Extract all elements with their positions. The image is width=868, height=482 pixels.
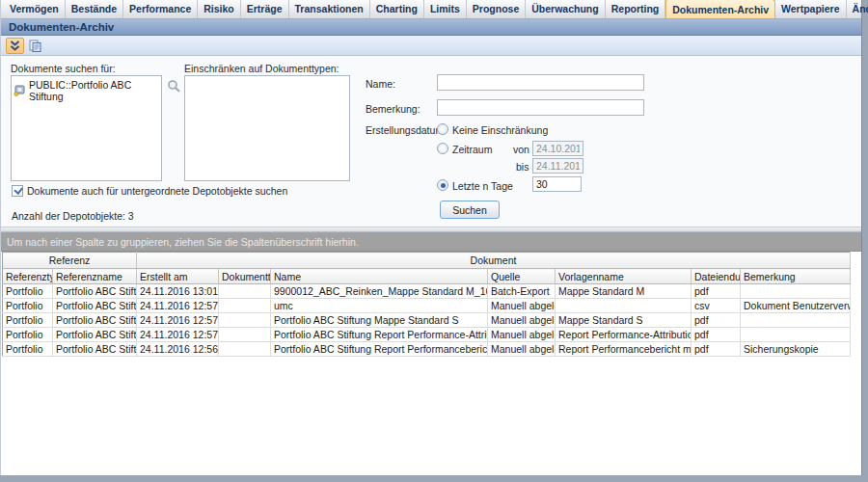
col-header-dokumenttyp[interactable]: Dokumenttyp	[219, 269, 271, 284]
cell[interactable]: 24.11.2016 12:57:47	[137, 299, 219, 313]
tab-bar: Vermögen Bestände Performance Risiko Ert…	[1, 0, 861, 19]
cell[interactable]	[741, 284, 851, 299]
cell[interactable]	[219, 299, 271, 313]
von-date-input[interactable]	[532, 141, 583, 156]
cell[interactable]: 24.11.2016 12:56:58	[137, 342, 219, 357]
col-header-erstellt-am[interactable]: Erstellt am	[137, 269, 219, 284]
copy-document-icon	[29, 40, 41, 52]
tab-ueberwachung[interactable]: Überwachung	[526, 0, 605, 18]
depot-count-text: Anzahl der Depotobjekte: 3	[12, 210, 134, 222]
band-header-referenz[interactable]: Referenz	[3, 253, 137, 269]
cell[interactable]: Mappe Standard S	[556, 313, 692, 328]
cell[interactable]: Portfolio	[3, 284, 53, 299]
radio-no-restriction[interactable]	[437, 123, 448, 135]
cell[interactable]: Report Performancebericht mit Grafik	[556, 342, 692, 357]
scope-list-item[interactable]: PUBLIC::Portfolio ABC Stiftung	[12, 76, 161, 105]
cell[interactable]: pdf	[692, 342, 741, 357]
cell[interactable]: Portfolio	[3, 299, 53, 313]
tab-bestaende[interactable]: Bestände	[66, 0, 123, 18]
radio-no-restriction-label[interactable]: Keine Einschränkung	[452, 124, 548, 136]
cell[interactable]	[219, 328, 271, 342]
copy-button[interactable]	[26, 38, 44, 54]
cell[interactable]: Portfolio ABC Stiftung	[53, 299, 137, 313]
last-n-days-input[interactable]	[532, 176, 582, 192]
tab-ertraege[interactable]: Erträge	[241, 0, 289, 18]
cell[interactable]	[741, 328, 851, 342]
radio-date-range-label[interactable]: Zeitraum	[452, 144, 492, 155]
cell[interactable]	[219, 313, 271, 328]
cell[interactable]: Portfolio ABC Stiftung Report Performanc…	[271, 342, 488, 357]
cell[interactable]	[556, 299, 692, 313]
tab-transaktionen[interactable]: Transaktionen	[289, 0, 370, 18]
cell[interactable]: 24.11.2016 12:57:27	[137, 328, 219, 342]
cell[interactable]: Portfolio ABC Stiftung	[53, 328, 137, 342]
cell[interactable]: Portfolio ABC Stiftung Report Performanc…	[271, 328, 488, 342]
collapse-search-button[interactable]	[6, 38, 24, 54]
remark-input[interactable]	[437, 99, 644, 116]
section-title-bar: Dokumenten-Archiv	[1, 19, 861, 36]
doctype-listbox[interactable]	[184, 75, 350, 181]
cell[interactable]: pdf	[692, 328, 741, 342]
cell[interactable]	[219, 284, 271, 299]
cell[interactable]: pdf	[692, 313, 741, 328]
cell[interactable]: 9900012_ABC_Reinken_Mappe Standard M_161…	[271, 284, 488, 299]
subordinate-objects-checkbox-label[interactable]: Dokumente auch für untergeordnete Depoto…	[27, 185, 287, 197]
col-header-quelle[interactable]: Quelle	[488, 269, 556, 284]
tab-charting[interactable]: Charting	[370, 0, 424, 18]
portfolio-ledger-icon	[14, 85, 26, 96]
cell[interactable]: pdf	[692, 284, 741, 299]
tab-reporting[interactable]: Reporting	[606, 0, 666, 18]
cell[interactable]: csv	[692, 299, 741, 313]
search-button[interactable]: Suchen	[440, 201, 500, 219]
cell[interactable]: Portfolio ABC Stiftung	[53, 284, 137, 299]
subordinate-objects-checkbox[interactable]	[12, 185, 23, 197]
cell[interactable]: Manuell abgelegt	[488, 328, 556, 342]
cell[interactable]: Portfolio ABC Stiftung	[53, 342, 137, 357]
cell[interactable]: Dokument Benutzerverwaltung	[741, 299, 851, 313]
tab-dokumenten-archiv[interactable]: Dokumenten-Archiv	[665, 0, 775, 18]
tab-aenderungsnachverfolgung[interactable]: Änderungsnachverfolgung	[847, 0, 868, 18]
cell[interactable]: Manuell abgelegt	[488, 342, 556, 357]
cell[interactable]	[741, 313, 851, 328]
cell[interactable]: umc	[271, 299, 488, 313]
cell[interactable]: Mappe Standard M	[556, 284, 692, 299]
cell[interactable]: Manuell abgelegt	[488, 299, 556, 313]
cell[interactable]: Portfolio ABC Stiftung	[53, 313, 137, 328]
tab-limits[interactable]: Limits	[424, 0, 467, 18]
cell[interactable]: Portfolio	[3, 313, 53, 328]
radio-date-range[interactable]	[437, 143, 448, 154]
col-header-referenzname[interactable]: Referenzname	[53, 269, 137, 284]
band-header-dokument[interactable]: Dokument	[137, 253, 851, 269]
page-title: Dokumenten-Archiv	[9, 21, 114, 33]
name-input[interactable]	[437, 74, 644, 91]
column-header-row: Referenztyp Referenzname Erstellt am Dok…	[3, 269, 851, 284]
col-header-name[interactable]: Name	[271, 269, 488, 284]
cell[interactable]: 24.11.2016 13:01:46	[137, 284, 219, 299]
chevron-double-down-icon	[10, 40, 20, 51]
cell[interactable]: Manuell abgelegt	[488, 313, 556, 328]
cell[interactable]: Report Performance-Attribution	[556, 328, 692, 342]
tab-risiko[interactable]: Risiko	[198, 0, 241, 18]
tab-prognose[interactable]: Prognose	[467, 0, 526, 18]
tab-wertpapiere[interactable]: Wertpapiere	[775, 0, 847, 18]
cell[interactable]: 24.11.2016 12:57:36	[137, 313, 219, 328]
cell[interactable]: Portfolio	[3, 342, 53, 357]
bis-date-input[interactable]	[532, 158, 583, 174]
cell[interactable]: Batch-Export	[488, 284, 556, 299]
col-header-vorlagenname[interactable]: Vorlagenname	[556, 269, 692, 284]
col-header-bemerkung[interactable]: Bemerkung	[741, 269, 851, 284]
cell[interactable]: Portfolio ABC Stiftung Mappe Standard S	[271, 313, 488, 328]
documents-table: Referenz Dokument Referenztyp Referenzna…	[2, 252, 851, 357]
cell[interactable]: Portfolio	[3, 328, 53, 342]
cell[interactable]	[219, 342, 271, 357]
tab-performance[interactable]: Performance	[123, 0, 198, 18]
radio-last-n-days-label[interactable]: Letzte n Tage	[452, 180, 513, 192]
cell[interactable]: Sicherungskopie	[741, 342, 851, 357]
col-header-dateiendung[interactable]: Dateiendung	[692, 269, 741, 284]
radio-last-n-days[interactable]	[437, 179, 448, 191]
creation-date-label: Erstellungsdatum:	[366, 124, 447, 136]
magnifier-icon[interactable]	[167, 79, 181, 94]
tab-vermoegen[interactable]: Vermögen	[4, 0, 66, 18]
col-header-referenztyp[interactable]: Referenztyp	[3, 269, 53, 284]
scope-listbox[interactable]: PUBLIC::Portfolio ABC Stiftung	[11, 75, 162, 181]
